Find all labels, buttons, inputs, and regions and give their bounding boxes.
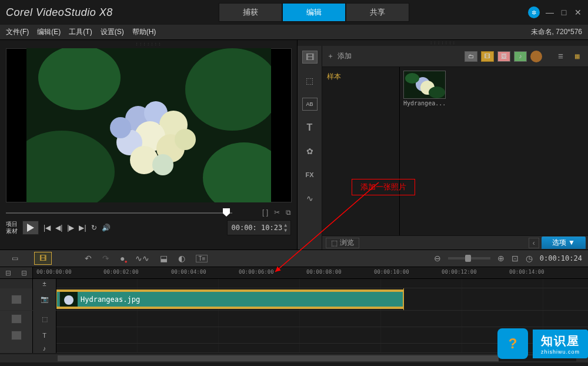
video-track-header[interactable]: [0, 288, 33, 310]
svg-point-19: [429, 86, 445, 98]
timeline-clip[interactable]: Hydrangeas.jpg: [56, 290, 403, 309]
tab-capture[interactable]: 捕获: [219, 3, 282, 22]
favorites-icon[interactable]: [530, 51, 542, 62]
auto-music-button[interactable]: ⬓: [160, 254, 168, 263]
redo-button[interactable]: ↷: [102, 254, 109, 263]
ruler-tick: 00:00:02:00: [103, 269, 139, 275]
track-toggle[interactable]: 📷: [33, 288, 56, 310]
drag-handle-icon[interactable]: : : : : : : :: [6, 41, 291, 47]
list-view-icon[interactable]: ☰: [554, 51, 567, 62]
folder-sample[interactable]: 样本: [326, 71, 396, 83]
fx-tab-button[interactable]: FX: [302, 168, 318, 181]
expand-icon[interactable]: ⧉: [286, 208, 291, 217]
preview-timecode[interactable]: 00:00: 10:23 ▲▼: [227, 220, 291, 235]
title-tab-button[interactable]: AB: [302, 98, 318, 111]
media-tab-button[interactable]: 🎞: [302, 51, 318, 64]
add-button[interactable]: ＋ 添加: [327, 51, 352, 61]
track-toggle[interactable]: ⬚: [33, 311, 56, 327]
clip-label: Hydrangeas.jpg: [81, 295, 140, 304]
menu-setting[interactable]: 设置(S): [101, 27, 124, 37]
go-start-button[interactable]: |◀: [44, 224, 51, 232]
fit-project-button[interactable]: ⊡: [512, 254, 519, 263]
grid-view-icon[interactable]: ▦: [570, 51, 583, 62]
timeline-ruler[interactable]: ⊟ ⊟ 00:00:00:00 00:00:02:00 00:00:04:00 …: [0, 267, 588, 279]
ruler-tick: 00:00:08:00: [306, 269, 342, 275]
ruler-tick: 00:00:04:00: [171, 269, 206, 275]
timecode-stepper-icon[interactable]: ▲▼: [284, 222, 287, 233]
svg-point-18: [405, 73, 419, 84]
menu-file[interactable]: 文件(F): [6, 27, 29, 37]
play-button[interactable]: [22, 221, 39, 235]
ruler-tick: 00:00:10:00: [374, 269, 409, 275]
prev-frame-button[interactable]: ◀|: [55, 224, 62, 232]
playhead[interactable]: [403, 288, 404, 310]
timeline-mode-button[interactable]: 🎞: [34, 252, 52, 265]
filter-video-icon[interactable]: 🎞: [481, 51, 494, 62]
track-toggle[interactable]: T: [33, 327, 56, 344]
scrub-bar[interactable]: [ ] ✂ ⧉: [6, 206, 291, 218]
subtitle-button[interactable]: T≡: [196, 255, 208, 262]
transition-tab-button[interactable]: ⬚: [302, 74, 318, 87]
cut-icon[interactable]: ✂: [274, 208, 280, 217]
audio-mixer-button[interactable]: ∿∿: [135, 254, 149, 263]
preview-pane: : : : : : : :: [0, 40, 298, 249]
overlay-track-header[interactable]: [0, 311, 33, 327]
volume-button[interactable]: 🔊: [102, 224, 111, 232]
svg-point-1: [38, 48, 121, 110]
graphic-tab-button[interactable]: ✿: [302, 145, 318, 158]
menu-edit[interactable]: 编辑(E): [37, 27, 61, 37]
scrub-handle[interactable]: [223, 208, 230, 217]
menu-tool[interactable]: 工具(T): [69, 27, 92, 37]
filter-photo-icon[interactable]: 🖼: [497, 51, 510, 62]
library-folder-list[interactable]: 样本: [322, 67, 400, 235]
record-button[interactable]: ●●: [120, 254, 125, 263]
tab-edit[interactable]: 编辑: [282, 3, 346, 22]
filter-audio-icon[interactable]: ♪: [514, 51, 527, 62]
drag-handle-icon[interactable]: : : : : : : :: [298, 40, 588, 46]
library-thumbnail[interactable]: Hydrangea...: [403, 71, 446, 107]
options-button[interactable]: 选项 ▼: [542, 237, 586, 249]
svg-point-21: [64, 295, 74, 305]
library-pane: : : : : : : : 🎞 ⬚ AB T ✿ FX ∿ ＋ 添加 🗀: [298, 40, 588, 249]
text-tab-button[interactable]: T: [302, 121, 318, 134]
title-track-header[interactable]: [0, 327, 33, 344]
go-end-button[interactable]: ▶|: [79, 224, 86, 232]
voice-track-header[interactable]: [0, 344, 33, 353]
zoom-out-button[interactable]: ⊖: [434, 254, 441, 263]
timeline-toolbar: ▭ 🎞 ↶ ↷ ●● ∿∿ ⬓ ◐ T≡ ⊖ ⊕ ⊡ ◷ 0:00:10:24: [0, 249, 588, 267]
preview-viewport[interactable]: [6, 48, 292, 202]
maximize-button[interactable]: □: [560, 8, 568, 16]
tab-share[interactable]: 共享: [346, 3, 409, 22]
storyboard-mode-button[interactable]: ▭: [6, 252, 24, 265]
watermark: ? 知识屋 zhishiwu.com: [497, 328, 588, 359]
track-scroll-icon[interactable]: ⊟: [5, 269, 11, 277]
ruler-tick: 00:00:14:00: [509, 269, 544, 275]
next-frame-button[interactable]: |▶: [67, 224, 74, 232]
undo-button[interactable]: ↶: [85, 254, 92, 263]
folder-icon[interactable]: 🗀: [465, 51, 477, 62]
plus-icon: ＋: [327, 51, 334, 61]
clip-thumbnail: [59, 291, 77, 308]
track-toggle[interactable]: ♪: [33, 344, 56, 353]
path-tab-button[interactable]: ∿: [302, 192, 318, 205]
svg-point-14: [152, 154, 173, 175]
zoom-in-button[interactable]: ⊕: [497, 254, 505, 263]
minimize-button[interactable]: —: [546, 8, 554, 16]
close-button[interactable]: ✕: [574, 8, 582, 16]
hydrangea-image: [26, 48, 271, 202]
loop-button[interactable]: ↻: [91, 224, 97, 232]
track-scroll-icon[interactable]: ⊟: [21, 269, 27, 277]
zoom-slider[interactable]: [448, 257, 490, 259]
globe-icon[interactable]: ✲: [528, 6, 540, 18]
svg-point-12: [110, 117, 131, 138]
menu-help[interactable]: 帮助(H): [132, 27, 156, 37]
ruler-tick: 00:00:00:00: [36, 269, 72, 275]
ruler-tick: 00:00:12:00: [442, 269, 477, 275]
play-mode-labels[interactable]: 项目 素材: [6, 221, 18, 235]
scroll-left-button[interactable]: ‹: [529, 238, 539, 248]
library-item-grid[interactable]: Hydrangea... 添加一张照片: [400, 67, 588, 235]
app-title: Corel VideoStudio X8: [6, 6, 113, 19]
browse-button[interactable]: ⬚ 浏览: [326, 238, 359, 248]
mark-in-icon[interactable]: [ ]: [262, 208, 268, 217]
track-button[interactable]: ◐: [178, 254, 185, 263]
